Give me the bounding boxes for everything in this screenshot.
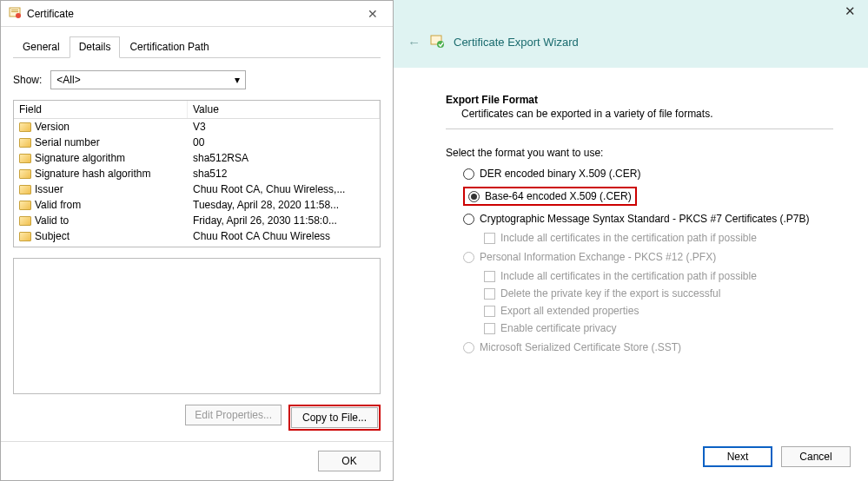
radio-icon[interactable]	[463, 168, 474, 180]
close-icon[interactable]: ✕	[360, 7, 386, 21]
table-row[interactable]: VersionV3	[14, 119, 380, 135]
dialog-footer: OK	[1, 441, 393, 480]
table-row[interactable]: SubjectChuu Root CA Chuu Wireless	[14, 228, 380, 244]
radio-sst: Microsoft Serialized Certificate Store (…	[463, 341, 833, 353]
certificate-titlebar: Certificate ✕	[1, 1, 393, 27]
field-icon	[19, 169, 31, 179]
tab-general[interactable]: General	[13, 36, 70, 58]
radio-label[interactable]: Base-64 encoded X.509 (.CER)	[485, 190, 632, 202]
tab-details[interactable]: Details	[70, 36, 121, 58]
checkbox-label: Include all certificates in the certific…	[500, 270, 757, 282]
svg-point-3	[16, 13, 21, 18]
radio-icon	[463, 342, 474, 353]
certificate-title: Certificate	[27, 8, 360, 20]
export-wizard-panel: ✕ ← Certificate Export Wizard Export Fil…	[394, 0, 868, 481]
checkbox-label: Export all extended properties	[500, 305, 639, 317]
radio-base64-highlight: Base-64 encoded X.509 (.CER)	[463, 187, 637, 206]
col-field-header[interactable]: Field	[14, 101, 188, 118]
certificate-dialog: Certificate ✕ General Details Certificat…	[0, 0, 394, 481]
certificate-icon	[8, 5, 22, 22]
wizard-title: Certificate Export Wizard	[454, 36, 579, 49]
table-header: Field Value	[14, 101, 380, 119]
close-icon[interactable]: ✕	[837, 3, 863, 19]
format-radio-group: DER encoded binary X.509 (.CER) Base-64 …	[446, 168, 833, 353]
radio-icon	[463, 252, 474, 263]
col-value-header[interactable]: Value	[188, 101, 380, 118]
cancel-button[interactable]: Cancel	[781, 446, 851, 467]
radio-der[interactable]: DER encoded binary X.509 (.CER)	[463, 168, 833, 180]
button-row: Edit Properties... Copy to File...	[13, 405, 381, 431]
radio-label: DER encoded binary X.509 (.CER)	[480, 168, 640, 180]
checkbox-icon	[484, 271, 495, 282]
radio-icon[interactable]	[463, 214, 474, 225]
field-icon	[19, 122, 31, 132]
table-row[interactable]: IssuerChuu Root CA, Chuu Wireless,...	[14, 181, 380, 197]
wizard-header: ✕ ← Certificate Export Wizard	[394, 0, 868, 68]
field-icon	[19, 216, 31, 226]
field-icon	[19, 232, 31, 241]
show-label: Show:	[13, 74, 42, 86]
section-subtitle: Certificates can be exported in a variet…	[446, 108, 833, 120]
show-value: <All>	[56, 74, 80, 86]
show-select[interactable]: <All> ▾	[50, 70, 246, 89]
show-row: Show: <All> ▾	[13, 70, 381, 89]
checkbox-pfx-extended: Export all extended properties	[484, 305, 833, 317]
radio-label: Cryptographic Message Syntax Standard - …	[480, 213, 810, 225]
copy-to-file-highlight: Copy to File...	[288, 405, 381, 431]
checkbox-icon	[484, 323, 495, 334]
edit-properties-button: Edit Properties...	[185, 405, 282, 425]
chevron-down-icon: ▾	[235, 74, 240, 86]
checkbox-pfx-privacy: Enable certificate privacy	[484, 322, 833, 334]
field-icon	[19, 138, 31, 148]
checkbox-label: Enable certificate privacy	[500, 322, 616, 334]
radio-label: Personal Information Exchange - PKCS #12…	[480, 251, 716, 263]
divider	[446, 128, 833, 129]
radio-label: Microsoft Serialized Certificate Store (…	[480, 341, 681, 353]
checkbox-icon	[484, 233, 495, 244]
checkbox-pfx-include: Include all certificates in the certific…	[484, 270, 833, 282]
field-icon	[19, 201, 31, 210]
svg-rect-2	[11, 11, 18, 12]
wizard-footer: Next Cancel	[394, 438, 868, 481]
table-row[interactable]: Signature hash algorithmsha512	[14, 166, 380, 181]
copy-to-file-button[interactable]: Copy to File...	[291, 407, 378, 428]
certificate-body: General Details Certification Path Show:…	[1, 27, 393, 441]
wizard-body: Export File Format Certificates can be e…	[394, 68, 868, 438]
svg-rect-1	[11, 10, 18, 10]
radio-pfx: Personal Information Exchange - PKCS #12…	[463, 251, 833, 263]
ok-button[interactable]: OK	[318, 451, 381, 471]
checkbox-pfx-delete: Delete the private key if the export is …	[484, 287, 833, 300]
back-arrow-icon[interactable]: ←	[407, 35, 421, 49]
format-select-label: Select the format you want to use:	[446, 147, 833, 159]
checkbox-label: Delete the private key if the export is …	[500, 287, 720, 300]
table-body[interactable]: VersionV3 Serial number00 Signature algo…	[14, 119, 380, 247]
table-row[interactable]: Valid toFriday, April 26, 2030 11:58:0..…	[14, 213, 380, 228]
table-row[interactable]: Signature algorithmsha512RSA	[14, 150, 380, 166]
next-button[interactable]: Next	[703, 446, 772, 467]
checkbox-icon	[484, 288, 495, 300]
section-title: Export File Format	[446, 94, 833, 106]
field-icon	[19, 185, 31, 194]
table-row[interactable]: Valid fromTuesday, April 28, 2020 11:58.…	[14, 197, 380, 213]
checkbox-label: Include all certificates in the certific…	[500, 232, 757, 244]
field-table: Field Value VersionV3 Serial number00 Si…	[13, 100, 381, 247]
wizard-icon	[429, 33, 445, 51]
table-row[interactable]: Serial number00	[14, 135, 380, 150]
radio-icon[interactable]	[468, 191, 480, 202]
checkbox-icon	[484, 306, 495, 317]
tab-cert-path[interactable]: Certification Path	[120, 36, 218, 58]
detail-textarea[interactable]	[13, 258, 381, 394]
tab-bar: General Details Certification Path	[13, 36, 381, 58]
radio-pkcs7[interactable]: Cryptographic Message Syntax Standard - …	[463, 213, 833, 225]
checkbox-pkcs7-include: Include all certificates in the certific…	[484, 232, 833, 244]
field-icon	[19, 154, 31, 163]
